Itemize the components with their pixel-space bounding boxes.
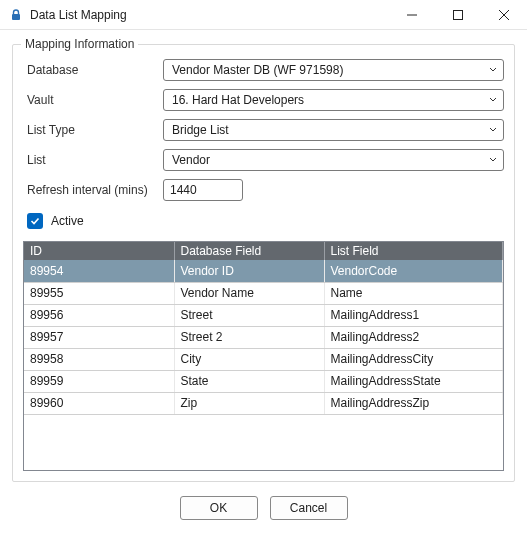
label-refresh-interval: Refresh interval (mins) — [23, 183, 163, 197]
table-row[interactable]: 89957Street 2MailingAddress2 — [24, 326, 503, 348]
col-db-field[interactable]: Database Field — [174, 242, 324, 260]
list-type-combo[interactable]: Bridge List — [163, 119, 504, 141]
table-cell: Vendor ID — [174, 260, 324, 282]
close-button[interactable] — [481, 0, 527, 30]
vault-combo[interactable]: 16. Hard Hat Developers — [163, 89, 504, 111]
label-active: Active — [51, 214, 84, 228]
refresh-interval-input[interactable]: 1440 — [163, 179, 243, 201]
table-cell: 89959 — [24, 370, 174, 392]
table-cell: Vendor Name — [174, 282, 324, 304]
group-legend: Mapping Information — [21, 37, 138, 51]
col-list-field[interactable]: List Field — [324, 242, 503, 260]
table-cell: City — [174, 348, 324, 370]
ok-button[interactable]: OK — [180, 496, 258, 520]
table-cell: MailingAddress1 — [324, 304, 503, 326]
table-cell: Street 2 — [174, 326, 324, 348]
label-database: Database — [23, 63, 163, 77]
table-cell: VendorCode — [324, 260, 503, 282]
table-cell: MailingAddressCity — [324, 348, 503, 370]
list-combo-text: Vendor — [172, 153, 487, 167]
table-row[interactable]: 89956StreetMailingAddress1 — [24, 304, 503, 326]
table-cell: 89954 — [24, 260, 174, 282]
table-row[interactable]: 89959StateMailingAddressState — [24, 370, 503, 392]
svg-rect-0 — [12, 14, 20, 20]
list-combo[interactable]: Vendor — [163, 149, 504, 171]
title-bar: Data List Mapping — [0, 0, 527, 30]
maximize-button[interactable] — [435, 0, 481, 30]
table-cell: 89956 — [24, 304, 174, 326]
col-id[interactable]: ID — [24, 242, 174, 260]
database-combo-text: Vendor Master DB (WF 971598) — [172, 63, 487, 77]
chevron-down-icon — [487, 156, 499, 164]
table-header-row: ID Database Field List Field — [24, 242, 503, 260]
refresh-interval-value: 1440 — [170, 183, 197, 197]
table-cell: Name — [324, 282, 503, 304]
table-cell: MailingAddressState — [324, 370, 503, 392]
lock-icon — [8, 7, 24, 23]
table-row[interactable]: 89955Vendor NameName — [24, 282, 503, 304]
window-title: Data List Mapping — [30, 8, 127, 22]
mapping-table[interactable]: ID Database Field List Field 89954Vendor… — [23, 241, 504, 471]
table-cell: 89957 — [24, 326, 174, 348]
table-cell: State — [174, 370, 324, 392]
label-vault: Vault — [23, 93, 163, 107]
active-checkbox[interactable] — [27, 213, 43, 229]
table-cell: 89960 — [24, 392, 174, 414]
table-row[interactable]: 89954Vendor IDVendorCode — [24, 260, 503, 282]
svg-rect-2 — [454, 10, 463, 19]
label-list: List — [23, 153, 163, 167]
table-cell: 89958 — [24, 348, 174, 370]
table-row[interactable]: 89960ZipMailingAddressZip — [24, 392, 503, 414]
label-list-type: List Type — [23, 123, 163, 137]
table-row[interactable]: 89958CityMailingAddressCity — [24, 348, 503, 370]
database-combo[interactable]: Vendor Master DB (WF 971598) — [163, 59, 504, 81]
chevron-down-icon — [487, 126, 499, 134]
chevron-down-icon — [487, 66, 499, 74]
table-cell: Zip — [174, 392, 324, 414]
vault-combo-text: 16. Hard Hat Developers — [172, 93, 487, 107]
table-cell: 89955 — [24, 282, 174, 304]
table-cell: MailingAddressZip — [324, 392, 503, 414]
chevron-down-icon — [487, 96, 499, 104]
table-cell: MailingAddress2 — [324, 326, 503, 348]
list-type-combo-text: Bridge List — [172, 123, 487, 137]
cancel-button[interactable]: Cancel — [270, 496, 348, 520]
minimize-button[interactable] — [389, 0, 435, 30]
mapping-information-group: Mapping Information Database Vendor Mast… — [12, 44, 515, 482]
table-cell: Street — [174, 304, 324, 326]
